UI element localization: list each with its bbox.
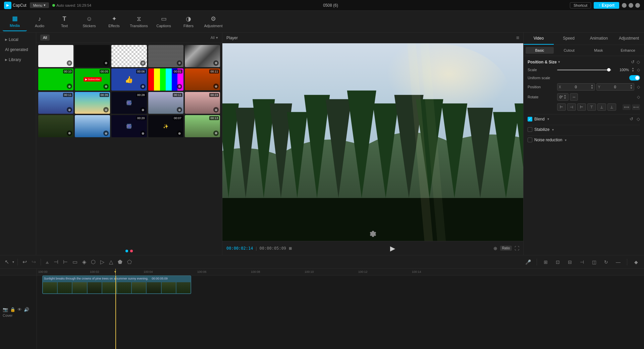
flip-h-button[interactable]: ↔ bbox=[570, 93, 578, 101]
media-thumb-outdoor[interactable]: 00:13 ⊕ bbox=[185, 115, 220, 137]
tool-effects[interactable]: ✦ Effects bbox=[102, 12, 126, 31]
track-audio-icon[interactable]: 🔊 bbox=[24, 307, 29, 312]
split-btn[interactable]: ⟁ bbox=[44, 258, 50, 266]
thumb-add-drum[interactable]: ⊕ bbox=[213, 84, 219, 89]
export-button[interactable]: ↑ Export bbox=[594, 2, 619, 9]
rotate-reset-icon[interactable]: ◇ bbox=[637, 95, 640, 99]
thumb-add-fw3[interactable]: ⊕ bbox=[177, 131, 182, 136]
blend-checkbox[interactable]: ✓ bbox=[528, 117, 532, 121]
minus-btn[interactable]: — bbox=[613, 258, 623, 266]
media-thumb-fireworks2[interactable]: 🎆 00:20 ⊕ bbox=[111, 115, 147, 137]
thumb-add-black[interactable]: ⊕ bbox=[103, 60, 109, 66]
media-thumb-fireworks1[interactable]: 🎆 00:28 ⊕ bbox=[111, 92, 147, 114]
play-btn-tl[interactable]: ▷ bbox=[99, 258, 106, 266]
media-thumb-thumbsup[interactable]: 👍 00:06 ⊕ bbox=[111, 68, 147, 91]
blend-diamond-icon[interactable]: ◇ bbox=[637, 116, 640, 121]
position-reset-icon[interactable]: ◇ bbox=[637, 85, 640, 89]
fullscreen-btn[interactable]: ⛶ bbox=[515, 246, 519, 251]
scale-down[interactable]: ▼ bbox=[632, 70, 634, 72]
zoom-in-btn[interactable]: ⊞ bbox=[541, 258, 550, 266]
player-view[interactable] bbox=[222, 43, 523, 241]
position-x-input[interactable]: X 0 ▲ ▼ bbox=[557, 83, 595, 91]
blend-collapse[interactable]: ▾ bbox=[547, 117, 549, 121]
media-thumb-noise[interactable]: ⊕ bbox=[148, 45, 183, 67]
minimize-button[interactable] bbox=[622, 3, 627, 8]
media-tab-all[interactable]: All bbox=[40, 35, 50, 41]
media-thumb-drum[interactable]: 00:11 ⊕ bbox=[185, 68, 220, 91]
maximize-button[interactable] bbox=[629, 3, 633, 8]
media-thumb-green1[interactable]: 00:10 ⊕ bbox=[38, 68, 73, 91]
split-track-btn[interactable]: ⊣ bbox=[577, 258, 587, 266]
transform-btn[interactable]: ⬠ bbox=[126, 258, 133, 266]
media-thumb-fireworks3[interactable]: ✨ 00:07 ⊕ bbox=[148, 115, 183, 137]
tool-audio[interactable]: ♪ Audio bbox=[28, 12, 52, 31]
align-extra-btn1[interactable]: ⟺ bbox=[623, 104, 631, 110]
right-tab-video[interactable]: Video bbox=[524, 33, 554, 45]
rotate-down[interactable]: ▼ bbox=[564, 97, 567, 100]
select-tool[interactable]: ↖ bbox=[3, 258, 10, 266]
loop-btn[interactable]: ↻ bbox=[601, 258, 611, 266]
thumb-add-outdoor[interactable]: ⊕ bbox=[213, 131, 219, 136]
freeze-btn[interactable]: △ bbox=[108, 258, 114, 266]
rotate-input[interactable]: 0° ▲ ▼ bbox=[557, 93, 569, 101]
noise-reduction-collapse[interactable]: ▾ bbox=[565, 138, 567, 142]
align-left-btn[interactable]: ⊢ bbox=[557, 103, 566, 111]
media-thumb-subscribe[interactable]: ▶Subscribe 00:05 ⊕ bbox=[75, 68, 110, 91]
tool-captions[interactable]: ▭ Captions bbox=[152, 12, 176, 31]
align-top-btn[interactable]: ⊤ bbox=[587, 103, 596, 111]
thumb-add-fw1[interactable]: ⊕ bbox=[140, 107, 146, 112]
tool-adjustment[interactable]: ⚙ Adjustment bbox=[201, 12, 225, 31]
keyframe-btn[interactable]: ◆ bbox=[631, 258, 641, 266]
zoom-out-btn[interactable]: ⊟ bbox=[565, 258, 575, 266]
right-tab-adjustment[interactable]: Adjustment bbox=[614, 33, 644, 45]
tool-stickers[interactable]: ☺ Stickers bbox=[77, 12, 101, 31]
zoom-fit-btn[interactable]: ⊡ bbox=[553, 258, 562, 266]
uniform-scale-toggle[interactable] bbox=[629, 75, 640, 81]
menu-button[interactable]: Menu ▾ bbox=[30, 2, 49, 8]
subtab-basic[interactable]: Basic bbox=[526, 47, 554, 54]
fullscreen-small-btn[interactable]: ⊕ bbox=[493, 246, 497, 251]
align-center-v-btn[interactable]: ⊥ bbox=[597, 103, 606, 111]
thumb-add-subscribe[interactable]: ⊕ bbox=[103, 84, 109, 89]
align-extra-btn2[interactable]: ⟻ bbox=[632, 104, 640, 110]
delete-btn[interactable]: ▭ bbox=[71, 258, 79, 266]
position-y-input[interactable]: Y 0 ▲ ▼ bbox=[596, 83, 634, 91]
scale-reset-icon[interactable]: ◇ bbox=[637, 67, 640, 72]
stabilize-checkbox[interactable] bbox=[528, 127, 532, 132]
auto-btn[interactable]: ⬟ bbox=[116, 258, 124, 266]
tool-filters[interactable]: ◑ Filters bbox=[176, 12, 201, 31]
media-thumb-bars[interactable]: 00:01 ⊕ bbox=[148, 68, 183, 91]
reset-icon[interactable]: ↺ bbox=[631, 59, 635, 64]
trim-start-btn[interactable]: ⊣ bbox=[52, 258, 60, 266]
video-clip-main[interactable]: Sunlight breaks through the crowns of pi… bbox=[42, 276, 191, 294]
track-eye-icon[interactable]: 👁 bbox=[17, 307, 22, 312]
track-lock-icon[interactable]: 🔒 bbox=[10, 307, 15, 312]
noise-reduction-checkbox[interactable] bbox=[528, 138, 532, 142]
media-thumb-ocean[interactable]: ⊕ bbox=[75, 115, 110, 137]
thumb-add-green1[interactable]: ⊕ bbox=[67, 84, 72, 89]
settings-icon[interactable] bbox=[370, 231, 376, 238]
thumb-add-bars[interactable]: ⊕ bbox=[177, 84, 182, 89]
media-thumb-black[interactable]: ⊕ bbox=[75, 45, 110, 67]
undo-btn[interactable]: ↩ bbox=[21, 258, 28, 266]
thumb-add-fw2[interactable]: ⊕ bbox=[140, 131, 146, 136]
right-tab-animation[interactable]: Animation bbox=[584, 33, 614, 45]
media-thumb-city[interactable]: 00:11 ⊕ bbox=[38, 92, 73, 114]
left-panel-local[interactable]: ▶ Local bbox=[0, 35, 36, 44]
right-tab-speed[interactable]: Speed bbox=[554, 33, 584, 45]
align-center-h-btn[interactable]: ⊣ bbox=[567, 103, 576, 111]
subtab-cutout[interactable]: Cutout bbox=[555, 47, 583, 54]
scale-slider[interactable] bbox=[557, 69, 611, 70]
redo-btn[interactable]: ↪ bbox=[30, 258, 37, 266]
media-filter[interactable]: All ▾ bbox=[211, 36, 218, 40]
media-dot-2[interactable] bbox=[130, 250, 133, 252]
close-button[interactable] bbox=[635, 3, 640, 8]
thumb-add-couple[interactable]: ⊕ bbox=[213, 107, 219, 112]
thumb-add-noise[interactable]: ⊕ bbox=[177, 60, 182, 66]
tool-text[interactable]: T Text bbox=[52, 12, 76, 31]
left-panel-library[interactable]: ▶ Library bbox=[0, 55, 36, 64]
markers-btn[interactable]: ◫ bbox=[589, 258, 599, 266]
thumb-add-static[interactable]: ⊕ bbox=[213, 60, 219, 66]
thumb-add-ocean[interactable]: ⊕ bbox=[103, 131, 109, 136]
thumb-add-checker[interactable]: ⊕ bbox=[140, 60, 146, 66]
